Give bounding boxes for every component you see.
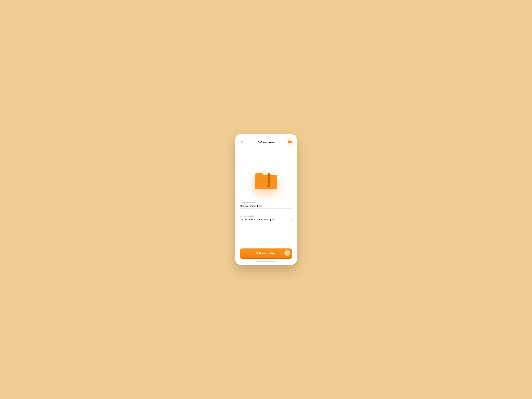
compressed-file-label: Compressed File — [240, 201, 292, 203]
svg-rect-9 — [268, 173, 270, 174]
phone-frame: De'compress Compressed File — [235, 134, 297, 265]
decompress-button[interactable]: De'Compress Now — [240, 248, 292, 258]
compressed-file-value: Design Project 1.zip — [240, 205, 262, 207]
back-button[interactable] — [240, 140, 244, 144]
folder-button[interactable] — [288, 140, 292, 144]
chevron-left-icon — [241, 141, 243, 143]
slider-knob[interactable] — [284, 250, 291, 256]
svg-rect-8 — [267, 184, 270, 187]
zip-folder-icon — [254, 170, 278, 190]
compressed-file-row: Design Project 1.zip — [240, 205, 292, 209]
folder-icon — [288, 140, 292, 144]
home-indicator — [256, 261, 276, 262]
header-bar: De'compress — [240, 139, 292, 145]
page-title: De'compress — [258, 141, 275, 144]
hero-illustration — [240, 170, 292, 190]
extract-location-label: Extract Location — [240, 215, 292, 217]
spacer — [240, 228, 292, 248]
extract-location-row: .. / Documents / Design Project — [240, 218, 292, 222]
compressed-file-field[interactable]: Compressed File Design Project 1.zip — [240, 201, 292, 209]
extract-location-field[interactable]: Extract Location .. / Documents / Design… — [240, 215, 292, 222]
extract-location-value: .. / Documents / Design Project — [240, 218, 274, 221]
decompress-button-label: De'Compress Now — [256, 252, 276, 254]
chevron-down-icon — [289, 218, 292, 221]
